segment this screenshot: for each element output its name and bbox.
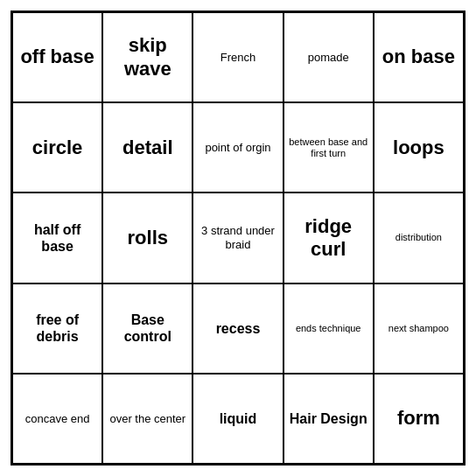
bingo-cell-2: French	[192, 12, 283, 102]
bingo-cell-10: half off base	[12, 192, 102, 283]
bingo-cell-4: on base	[374, 12, 464, 102]
bingo-cell-5: circle	[12, 102, 102, 192]
bingo-cell-0: off base	[12, 12, 102, 102]
bingo-cell-21: over the center	[102, 374, 192, 464]
bingo-cell-24: form	[374, 374, 464, 464]
bingo-cell-17: recess	[192, 284, 283, 374]
bingo-cell-12: 3 strand under braid	[192, 192, 283, 283]
bingo-cell-16: Base control	[102, 284, 192, 374]
bingo-cell-3: pomade	[284, 12, 374, 102]
bingo-cell-1: skip wave	[102, 12, 192, 102]
bingo-cell-11: rolls	[102, 192, 192, 283]
bingo-cell-8: between base and first turn	[284, 102, 374, 192]
bingo-cell-19: next shampoo	[374, 284, 464, 374]
bingo-cell-20: concave end	[12, 374, 102, 464]
bingo-cell-7: point of orgin	[192, 102, 283, 192]
bingo-board: off baseskip waveFrenchpomadeon basecirc…	[10, 10, 466, 466]
bingo-cell-15: free of debris	[12, 284, 102, 374]
bingo-cell-14: distribution	[374, 192, 464, 283]
bingo-cell-9: loops	[374, 102, 464, 192]
bingo-cell-18: ends technique	[284, 284, 374, 374]
bingo-cell-22: liquid	[192, 374, 283, 464]
bingo-cell-23: Hair Design	[284, 374, 374, 464]
bingo-cell-6: detail	[102, 102, 192, 192]
bingo-cell-13: ridge curl	[284, 192, 374, 283]
